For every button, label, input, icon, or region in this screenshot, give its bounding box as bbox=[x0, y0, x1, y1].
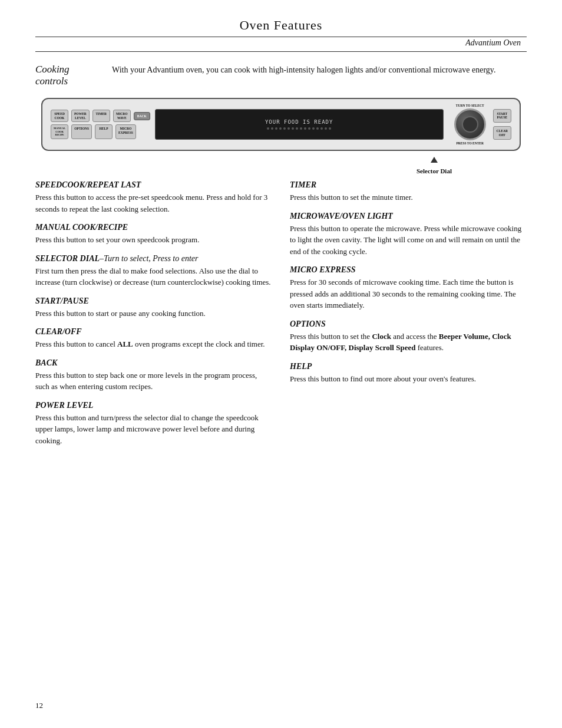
oven-buttons-left: SPEEDCOOK POWERLEVEL TIMER MICROWAVE BAC… bbox=[51, 110, 150, 139]
powerlevel-desc: Press this button and turn/press the sel… bbox=[35, 412, 272, 447]
display-dots bbox=[267, 127, 331, 130]
timer-title: TIMER bbox=[290, 180, 527, 190]
manualcook-btn: MANUALCOOKRECIPE bbox=[51, 124, 68, 139]
selector-dial-label: Selector Dial bbox=[416, 167, 452, 174]
right-column: TIMER Press this button to set the minut… bbox=[290, 180, 527, 454]
left-column: SPEEDCOOK/REPEAT LAST Press this button … bbox=[35, 180, 272, 454]
control-speedcook: SPEEDCOOK/REPEAT LAST Press this button … bbox=[35, 180, 272, 215]
display-screen: YOUR FOOD IS READY bbox=[155, 109, 444, 140]
manualcook-desc: Press this button to set your own speedc… bbox=[35, 234, 272, 246]
control-startpause: START/PAUSE Press this button to start o… bbox=[35, 297, 272, 319]
control-back: BACK Press this button to step back one … bbox=[35, 358, 272, 393]
back-btn: BACK bbox=[134, 112, 150, 120]
control-microwave: MICROWAVE/OVEN LIGHT Press this button t… bbox=[290, 212, 527, 258]
button-row-2: MANUALCOOKRECIPE OPTIONS HELP MICROEXPRE… bbox=[51, 124, 150, 139]
startpause-desc: Press this button to start or pause any … bbox=[35, 308, 272, 319]
clearoff-desc: Press this button to cancel ALL oven pro… bbox=[35, 338, 272, 350]
speedcook-desc: Press this button to access the pre-set … bbox=[35, 192, 272, 215]
selector-arrow bbox=[431, 157, 438, 163]
display-text: YOUR FOOD IS READY bbox=[265, 119, 333, 125]
selectordial-desc: First turn then press the dial to make f… bbox=[35, 265, 272, 288]
selector-area: TURN TO SELECT PRESS TO ENTER bbox=[454, 104, 486, 145]
manualcook-title: MANUAL COOK/RECIPE bbox=[35, 223, 272, 232]
clearoff-title: CLEAR/OFF bbox=[35, 327, 272, 337]
startpause-btn: STARTPAUSE bbox=[493, 109, 511, 123]
oven-diagram: SPEEDCOOK POWERLEVEL TIMER MICROWAVE BAC… bbox=[41, 98, 521, 151]
header-subtitle: Advantium Oven bbox=[35, 38, 527, 48]
microwave-title: MICROWAVE/OVEN LIGHT bbox=[290, 212, 527, 221]
powerlevel-title: POWER LEVEL bbox=[35, 401, 272, 410]
control-clearoff: CLEAR/OFF Press this button to cancel AL… bbox=[35, 327, 272, 350]
selector-inner bbox=[462, 116, 478, 133]
selectordial-title: SELECTOR DIAL–Turn to select, Press to e… bbox=[35, 254, 272, 263]
options-title: OPTIONS bbox=[290, 319, 527, 329]
startpause-title: START/PAUSE bbox=[35, 297, 272, 306]
section-label: Cookingcontrols bbox=[35, 64, 112, 87]
microexpress-title: MICRO EXPRESS bbox=[290, 265, 527, 275]
options-desc: Press this button to set the Clock and a… bbox=[290, 331, 527, 354]
control-selectordial: SELECTOR DIAL–Turn to select, Press to e… bbox=[35, 254, 272, 288]
control-help: HELP Press this button to find out more … bbox=[290, 362, 527, 385]
selector-press-label: PRESS TO ENTER bbox=[456, 141, 484, 145]
page-title: Oven Features bbox=[35, 18, 527, 33]
button-row-1: SPEEDCOOK POWERLEVEL TIMER MICROWAVE BAC… bbox=[51, 110, 150, 122]
speedcook-title: SPEEDCOOK/REPEAT LAST bbox=[35, 180, 272, 190]
help-desc: Press this button to find out more about… bbox=[290, 373, 527, 385]
microexpress-desc: Press for 30 seconds of microwave cookin… bbox=[290, 276, 527, 311]
speedcook-btn: SPEEDCOOK bbox=[51, 110, 68, 122]
back-desc: Press this button to step back one or mo… bbox=[35, 370, 272, 393]
control-timer: TIMER Press this button to set the minut… bbox=[290, 180, 527, 203]
back-title: BACK bbox=[35, 358, 272, 368]
header-divider2 bbox=[35, 51, 527, 52]
right-buttons: STARTPAUSE CLEAROFF bbox=[493, 109, 511, 140]
timer-desc: Press this button to set the minute time… bbox=[290, 192, 527, 203]
selector-dial bbox=[454, 108, 486, 140]
help-btn: HELP bbox=[95, 124, 113, 139]
microexpress-btn: MICROEXPRESS bbox=[115, 124, 136, 139]
powerlevel-btn: POWERLEVEL bbox=[71, 110, 90, 122]
timer-btn: TIMER bbox=[92, 110, 110, 122]
selector-turn-label: TURN TO SELECT bbox=[456, 104, 484, 107]
microwave-desc: Press this button to operate the microwa… bbox=[290, 223, 527, 258]
options-btn: OPTIONS bbox=[71, 124, 92, 139]
control-manualcook: MANUAL COOK/RECIPE Press this button to … bbox=[35, 223, 272, 246]
microwave-btn: MICROWAVE bbox=[113, 110, 131, 122]
control-options: OPTIONS Press this button to set the Clo… bbox=[290, 319, 527, 354]
control-microexpress: MICRO EXPRESS Press for 30 seconds of mi… bbox=[290, 265, 527, 311]
intro-text: With your Advantium oven, you can cook w… bbox=[112, 64, 527, 87]
clearoff-btn: CLEAROFF bbox=[493, 126, 511, 140]
page-number: 12 bbox=[35, 701, 43, 710]
control-powerlevel: POWER LEVEL Press this button and turn/p… bbox=[35, 401, 272, 447]
header-divider bbox=[35, 37, 527, 37]
help-title: HELP bbox=[290, 362, 527, 371]
